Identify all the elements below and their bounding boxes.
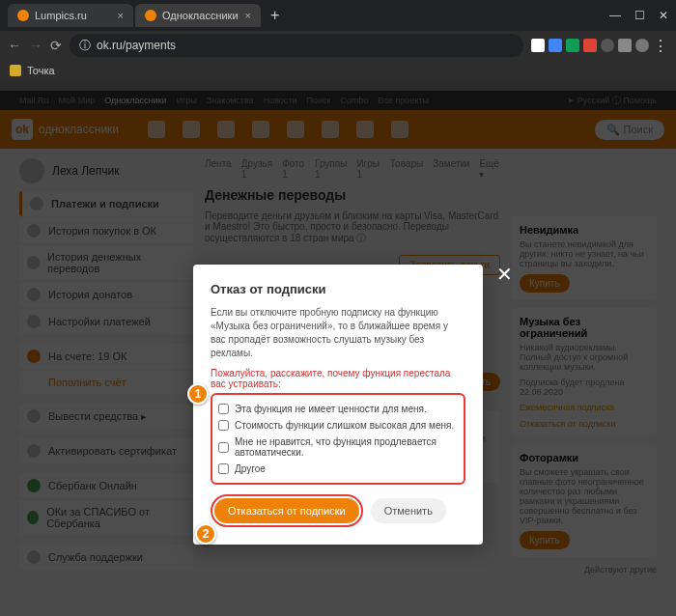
reason-label: Другое <box>235 463 266 474</box>
close-icon[interactable]: ✕ <box>491 261 518 288</box>
ext-icon[interactable] <box>531 39 545 52</box>
avatar-icon[interactable] <box>635 39 649 52</box>
tab-title: Lumpics.ru <box>35 10 87 21</box>
modal-prompt: Пожалуйста, расскажите, почему функция п… <box>211 368 465 389</box>
minimize-icon[interactable]: — <box>609 9 621 22</box>
reason-option[interactable]: Стоимость функции слишком высокая для ме… <box>218 417 458 434</box>
modal-buttons: 2 Отказаться от подписки Отменить <box>211 494 465 527</box>
browser-tab[interactable]: Одноклассники × <box>135 4 261 27</box>
reason-checkbox[interactable] <box>218 404 229 414</box>
address-bar: ← → ⟳ ⓘ ok.ru/payments ⋮ <box>0 31 676 60</box>
url-input[interactable]: ⓘ ok.ru/payments <box>70 34 523 57</box>
browser-tab[interactable]: Lumpics.ru × <box>8 4 133 27</box>
callout-badge-2: 2 <box>195 523 216 545</box>
browser-chrome: Lumpics.ru × Одноклассники × + — ☐ ✕ ← →… <box>0 0 676 70</box>
window-controls: — ☐ ✕ <box>609 9 668 22</box>
reason-checkbox[interactable] <box>218 420 229 431</box>
maximize-icon[interactable]: ☐ <box>634 9 645 22</box>
tabs-bar: Lumpics.ru × Одноклассники × + — ☐ ✕ <box>0 0 676 31</box>
reason-checkbox[interactable] <box>218 463 229 474</box>
cancel-button[interactable]: Отменить <box>371 498 446 523</box>
reason-label: Стоимость функции слишком высокая для ме… <box>235 420 454 431</box>
unsubscribe-modal: ✕ Отказ от подписки Если вы отключите пр… <box>193 265 483 545</box>
bookmark-item[interactable]: Точка <box>27 65 55 76</box>
reason-option[interactable]: Мне не нравится, что функция продлеваетс… <box>218 434 458 461</box>
ext-icon[interactable] <box>549 39 562 52</box>
bookmarks-bar: Точка <box>0 60 676 81</box>
reason-label: Эта функция не имеет ценности для меня. <box>235 404 427 414</box>
menu-icon[interactable]: ⋮ <box>653 37 668 55</box>
tab-title: Одноклассники <box>162 10 239 21</box>
reason-option[interactable]: Другое <box>218 461 458 477</box>
modal-overlay: ✕ Отказ от подписки Если вы отключите пр… <box>0 91 676 616</box>
bookmark-folder-icon <box>10 65 21 76</box>
back-icon[interactable]: ← <box>8 38 21 53</box>
unsubscribe-button[interactable]: Отказаться от подписки <box>214 498 359 523</box>
tab-close-icon[interactable]: × <box>118 10 124 21</box>
ext-icon[interactable] <box>601 39 614 52</box>
reasons-box: 1 Эта функция не имеет ценности для меня… <box>211 393 465 485</box>
new-tab-button[interactable]: + <box>263 3 287 28</box>
reason-option[interactable]: Эта функция не имеет ценности для меня. <box>218 401 458 417</box>
reason-checkbox[interactable] <box>218 442 229 453</box>
modal-title: Отказ от подписки <box>211 282 465 296</box>
callout-badge-1: 1 <box>187 383 209 405</box>
reason-label: Мне не нравится, что функция продлеваетс… <box>235 436 458 458</box>
forward-icon[interactable]: → <box>29 38 42 53</box>
ext-icon[interactable] <box>618 39 632 52</box>
favicon-icon <box>17 10 29 21</box>
favicon-icon <box>145 10 156 21</box>
extensions: ⋮ <box>531 37 668 55</box>
tab-close-icon[interactable]: × <box>245 10 251 21</box>
close-window-icon[interactable]: ✕ <box>659 9 668 22</box>
ext-icon[interactable] <box>566 39 579 52</box>
ext-icon[interactable] <box>583 39 597 52</box>
url-text: ok.ru/payments <box>97 39 176 52</box>
reload-icon[interactable]: ⟳ <box>50 38 62 53</box>
modal-intro: Если вы отключите пробную подписку на фу… <box>211 306 465 360</box>
site-info-icon[interactable]: ⓘ <box>79 38 91 54</box>
primary-highlight: 2 Отказаться от подписки <box>211 494 363 527</box>
